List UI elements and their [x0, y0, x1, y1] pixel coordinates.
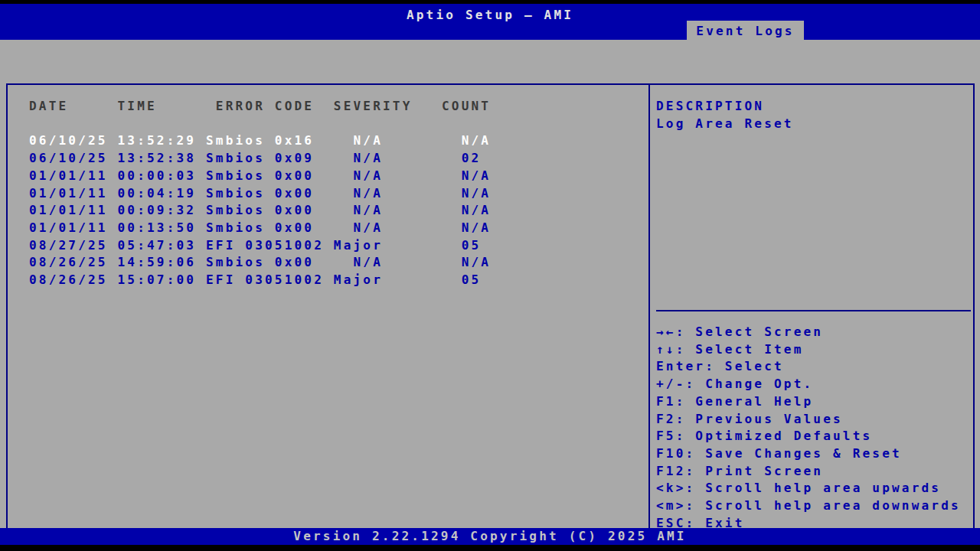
bottom-strip — [0, 545, 980, 551]
description-panel: DESCRIPTION Log Area Reset — [656, 98, 794, 132]
panel-divider — [648, 83, 650, 551]
app-title: Aptio Setup – AMI — [0, 4, 980, 27]
help-item: Enter: Select — [656, 358, 961, 376]
table-row[interactable]: 06/10/25 13:52:38 Smbios 0x09 N/A 02 — [29, 150, 491, 168]
table-spacer-row — [29, 116, 491, 133]
help-item: <m>: Scroll help area downwards — [656, 497, 961, 515]
description-heading: DESCRIPTION — [656, 98, 794, 116]
table-row[interactable]: 01/01/11 00:09:32 Smbios 0x00 N/A N/A — [29, 202, 491, 220]
help-item: F10: Save Changes & Reset — [656, 445, 961, 463]
help-divider — [656, 310, 971, 311]
help-item: →←: Select Screen — [656, 324, 961, 341]
table-rows: 06/10/25 13:52:29 Smbios 0x16 N/A N/A06/… — [29, 132, 491, 289]
help-item: <k>: Scroll help area upwards — [656, 480, 961, 497]
help-item: F1: General Help — [656, 393, 961, 411]
main-area: DATE TIME ERROR CODE SEVERITY COUNT 06/1… — [0, 40, 980, 528]
table-header-row: DATE TIME ERROR CODE SEVERITY COUNT — [29, 98, 491, 116]
help-list: →←: Select Screen↑↓: Select ItemEnter: S… — [656, 324, 961, 533]
table-row[interactable]: 06/10/25 13:52:29 Smbios 0x16 N/A N/A — [29, 132, 491, 150]
help-item: F12: Print Screen — [656, 463, 961, 481]
table-row[interactable]: 01/01/11 00:13:50 Smbios 0x00 N/A N/A — [29, 220, 491, 237]
table-row[interactable]: 01/01/11 00:04:19 Smbios 0x00 N/A N/A — [29, 185, 491, 203]
bios-screen: Aptio Setup – AMI Event Logs DATE TIME E… — [0, 0, 980, 551]
help-item: F2: Previous Values — [656, 411, 961, 429]
description-text: Log Area Reset — [656, 116, 794, 133]
version-text: Version 2.22.1294 Copyright (C) 2025 AMI — [0, 528, 980, 545]
help-item: F5: Optimized Defaults — [656, 428, 961, 445]
tab-event-logs[interactable]: Event Logs — [687, 21, 804, 40]
table-row[interactable]: 08/26/25 15:07:00 EFI 03051002 Major 05 — [29, 272, 491, 289]
help-item: ↑↓: Select Item — [656, 341, 961, 359]
event-log-table: DATE TIME ERROR CODE SEVERITY COUNT 06/1… — [29, 98, 491, 289]
table-row[interactable]: 08/27/25 05:47:03 EFI 03051002 Major 05 — [29, 237, 491, 255]
help-item: +/-: Change Opt. — [656, 376, 961, 393]
table-row[interactable]: 01/01/11 00:00:03 Smbios 0x00 N/A N/A — [29, 168, 491, 185]
table-row[interactable]: 08/26/25 14:59:06 Smbios 0x00 N/A N/A — [29, 254, 491, 272]
